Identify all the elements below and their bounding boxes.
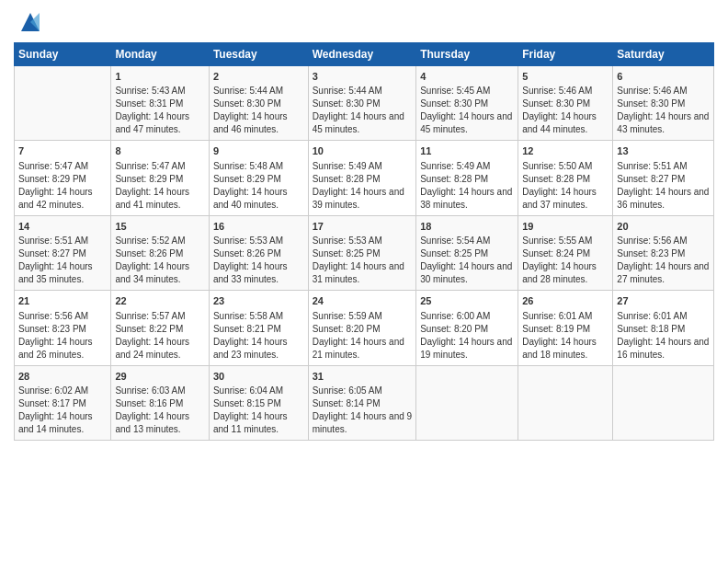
day-number: 26 <box>522 294 609 308</box>
sunrise-text: Sunrise: 5:53 AM <box>213 235 304 247</box>
day-number: 22 <box>115 294 204 308</box>
day-number: 12 <box>522 144 609 158</box>
daylight-text: Daylight: 14 hours and 18 minutes. <box>522 336 609 362</box>
sunset-text: Sunset: 8:28 PM <box>522 173 609 186</box>
calendar-cell: 1Sunrise: 5:43 AMSunset: 8:31 PMDaylight… <box>111 66 209 141</box>
day-number: 1 <box>115 70 204 84</box>
daylight-text: Daylight: 14 hours and 46 minutes. <box>213 110 304 136</box>
calendar-cell: 24Sunrise: 5:59 AMSunset: 8:20 PMDayligh… <box>308 291 416 365</box>
sunset-text: Sunset: 8:29 PM <box>115 173 204 186</box>
calendar-week-row: 1Sunrise: 5:43 AMSunset: 8:31 PMDaylight… <box>15 66 714 141</box>
sunset-text: Sunset: 8:23 PM <box>18 323 107 336</box>
day-number: 2 <box>213 70 304 84</box>
day-number: 13 <box>617 144 710 158</box>
sunset-text: Sunset: 8:27 PM <box>18 247 107 260</box>
day-number: 30 <box>213 370 304 384</box>
sunset-text: Sunset: 8:19 PM <box>522 323 609 336</box>
day-number: 29 <box>115 370 204 384</box>
day-number: 19 <box>522 220 609 234</box>
header-row: Sunday Monday Tuesday Wednesday Thursday… <box>15 43 714 66</box>
daylight-text: Daylight: 14 hours and 28 minutes. <box>522 260 609 286</box>
day-number: 10 <box>313 144 413 158</box>
sunset-text: Sunset: 8:27 PM <box>617 173 710 186</box>
day-number: 17 <box>313 220 413 234</box>
calendar-cell: 20Sunrise: 5:56 AMSunset: 8:23 PMDayligh… <box>613 215 714 290</box>
calendar-cell <box>518 365 613 440</box>
calendar-cell <box>15 66 111 141</box>
daylight-text: Daylight: 14 hours and 44 minutes. <box>522 110 609 136</box>
day-number: 20 <box>617 220 710 234</box>
calendar-cell: 10Sunrise: 5:49 AMSunset: 8:28 PMDayligh… <box>308 141 416 215</box>
calendar-cell: 30Sunrise: 6:04 AMSunset: 8:15 PMDayligh… <box>209 365 308 440</box>
sunrise-text: Sunrise: 5:51 AM <box>617 160 710 173</box>
daylight-text: Daylight: 14 hours and 13 minutes. <box>115 410 204 436</box>
logo <box>14 9 43 35</box>
day-number: 18 <box>420 220 514 234</box>
daylight-text: Daylight: 14 hours and 40 minutes. <box>213 186 304 212</box>
day-number: 31 <box>313 370 413 384</box>
daylight-text: Daylight: 14 hours and 38 minutes. <box>420 186 514 212</box>
sunset-text: Sunset: 8:20 PM <box>313 323 413 336</box>
daylight-text: Daylight: 14 hours and 26 minutes. <box>18 336 107 362</box>
daylight-text: Daylight: 14 hours and 21 minutes. <box>313 336 413 362</box>
day-number: 25 <box>420 294 514 308</box>
daylight-text: Daylight: 14 hours and 30 minutes. <box>420 260 514 286</box>
sunrise-text: Sunrise: 6:00 AM <box>420 310 514 323</box>
daylight-text: Daylight: 14 hours and 41 minutes. <box>115 186 204 212</box>
day-number: 23 <box>213 294 304 308</box>
calendar-cell <box>613 365 714 440</box>
daylight-text: Daylight: 14 hours and 35 minutes. <box>18 260 107 286</box>
col-tuesday: Tuesday <box>209 43 308 66</box>
sunrise-text: Sunrise: 5:50 AM <box>522 160 609 173</box>
calendar-cell: 13Sunrise: 5:51 AMSunset: 8:27 PMDayligh… <box>613 141 714 215</box>
day-number: 24 <box>313 294 413 308</box>
daylight-text: Daylight: 14 hours and 24 minutes. <box>115 336 204 362</box>
daylight-text: Daylight: 14 hours and 19 minutes. <box>420 336 514 362</box>
daylight-text: Daylight: 14 hours and 31 minutes. <box>313 260 413 286</box>
sunrise-text: Sunrise: 5:55 AM <box>522 235 609 247</box>
sunset-text: Sunset: 8:26 PM <box>115 247 204 260</box>
calendar-cell: 3Sunrise: 5:44 AMSunset: 8:30 PMDaylight… <box>308 66 416 141</box>
day-number: 7 <box>18 144 107 158</box>
calendar-cell: 4Sunrise: 5:45 AMSunset: 8:30 PMDaylight… <box>416 66 518 141</box>
day-number: 3 <box>313 70 413 84</box>
calendar-cell: 2Sunrise: 5:44 AMSunset: 8:30 PMDaylight… <box>209 66 308 141</box>
daylight-text: Daylight: 14 hours and 37 minutes. <box>522 186 609 212</box>
col-saturday: Saturday <box>613 43 714 66</box>
sunset-text: Sunset: 8:16 PM <box>115 397 204 410</box>
col-wednesday: Wednesday <box>308 43 416 66</box>
calendar-table: Sunday Monday Tuesday Wednesday Thursday… <box>14 42 714 441</box>
day-number: 9 <box>213 144 304 158</box>
page-container: Sunday Monday Tuesday Wednesday Thursday… <box>0 0 728 563</box>
sunrise-text: Sunrise: 5:51 AM <box>18 235 107 247</box>
daylight-text: Daylight: 14 hours and 43 minutes. <box>617 110 710 136</box>
daylight-text: Daylight: 14 hours and 36 minutes. <box>617 186 710 212</box>
day-number: 11 <box>420 144 514 158</box>
sunrise-text: Sunrise: 5:48 AM <box>213 160 304 173</box>
col-friday: Friday <box>518 43 613 66</box>
calendar-cell: 5Sunrise: 5:46 AMSunset: 8:30 PMDaylight… <box>518 66 613 141</box>
calendar-cell: 6Sunrise: 5:46 AMSunset: 8:30 PMDaylight… <box>613 66 714 141</box>
sunset-text: Sunset: 8:30 PM <box>313 98 413 110</box>
sunrise-text: Sunrise: 5:58 AM <box>213 310 304 323</box>
daylight-text: Daylight: 14 hours and 9 minutes. <box>313 410 413 436</box>
sunrise-text: Sunrise: 5:59 AM <box>313 310 413 323</box>
sunrise-text: Sunrise: 5:47 AM <box>115 160 204 173</box>
sunrise-text: Sunrise: 5:52 AM <box>115 235 204 247</box>
sunrise-text: Sunrise: 6:03 AM <box>115 385 204 397</box>
day-number: 5 <box>522 70 609 84</box>
calendar-cell: 12Sunrise: 5:50 AMSunset: 8:28 PMDayligh… <box>518 141 613 215</box>
sunset-text: Sunset: 8:30 PM <box>617 98 710 110</box>
day-number: 27 <box>617 294 710 308</box>
sunset-text: Sunset: 8:22 PM <box>115 323 204 336</box>
sunrise-text: Sunrise: 5:54 AM <box>420 235 514 247</box>
calendar-week-row: 14Sunrise: 5:51 AMSunset: 8:27 PMDayligh… <box>15 215 714 290</box>
sunrise-text: Sunrise: 5:53 AM <box>313 235 413 247</box>
sunrise-text: Sunrise: 5:43 AM <box>115 85 204 98</box>
sunrise-text: Sunrise: 5:56 AM <box>617 235 710 247</box>
day-number: 14 <box>18 220 107 234</box>
sunset-text: Sunset: 8:30 PM <box>522 98 609 110</box>
calendar-cell: 28Sunrise: 6:02 AMSunset: 8:17 PMDayligh… <box>15 365 111 440</box>
sunrise-text: Sunrise: 6:01 AM <box>617 310 710 323</box>
daylight-text: Daylight: 14 hours and 34 minutes. <box>115 260 204 286</box>
